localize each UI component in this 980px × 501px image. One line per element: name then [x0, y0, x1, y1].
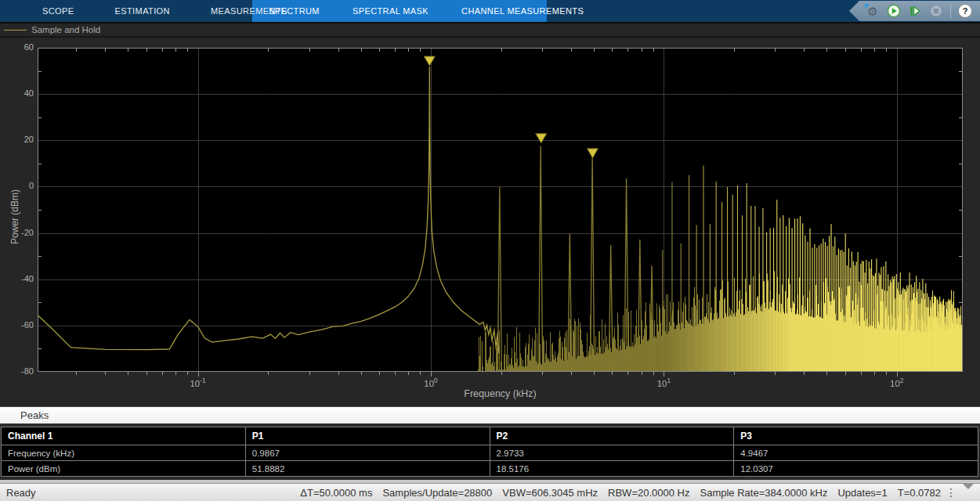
gear-icon: ⚙ — [867, 5, 877, 17]
stop-icon — [929, 4, 943, 18]
run-controls-banner: ⚙ ? — [849, 1, 980, 21]
toolstrip-tabbar: SCOPEESTIMATIONMEASUREMENTS SPECTRUMSPEC… — [0, 0, 980, 22]
status-metric: Samples/Update=28800 — [382, 487, 492, 499]
status-metric: Updates=1 — [837, 487, 887, 499]
xtick-label: 102 — [880, 377, 914, 388]
xtick-label: 100 — [414, 377, 448, 388]
ytick-label: -40 — [0, 274, 34, 283]
play-icon — [887, 4, 901, 18]
column-header-p1: P1 — [245, 427, 490, 445]
cell-p1: 0.9867 — [245, 445, 490, 461]
dock-icon[interactable] — [963, 489, 974, 497]
status-metric: VBW=606.3045 mHz — [502, 487, 598, 499]
stop-button[interactable] — [929, 4, 943, 18]
table-row: Frequency (kHz)0.98672.97334.9467 — [2, 445, 978, 461]
cell-p3: 12.0307 — [734, 461, 978, 477]
xtick-label: 101 — [646, 377, 681, 388]
legend-line-sample — [4, 30, 27, 31]
cell-p3: 4.9467 — [734, 445, 978, 461]
tab-estimation[interactable]: ESTIMATION — [95, 0, 190, 22]
peaks-panel-title: Peaks — [0, 407, 980, 424]
legend: Sample and Hold — [0, 23, 980, 36]
table-row: Power (dBm)51.888218.517612.0307 — [2, 461, 978, 477]
peaks-panel-header: Peaks — [0, 406, 980, 424]
ytick-label: 0 — [0, 181, 34, 190]
ytick-label: -80 — [0, 366, 34, 376]
banner-divider — [950, 5, 951, 18]
tab-scope[interactable]: SCOPE — [22, 0, 95, 22]
status-metric: ΔT=50.0000 ms — [300, 487, 372, 499]
x-axis-label: Frequency (kHz) — [38, 388, 963, 399]
help-icon: ? — [958, 4, 972, 18]
column-header-p2: P2 — [490, 427, 734, 445]
ytick-label: 60 — [0, 42, 34, 52]
contextual-tabs: SPECTRUMSPECTRAL MASKCHANNEL MEASUREMENT… — [252, 0, 600, 22]
ytick-label: 40 — [0, 88, 34, 98]
tab-channel-measurements[interactable]: CHANNEL MEASUREMENTS — [445, 0, 600, 22]
cell-p2: 2.9733 — [490, 445, 734, 461]
status-metric: T=0.0782 — [898, 487, 941, 499]
xtick-label: 10-1 — [181, 377, 215, 388]
help-button[interactable]: ? — [958, 4, 972, 18]
status-text: Ready — [6, 487, 36, 499]
legend-series-label: Sample and Hold — [31, 25, 100, 34]
status-metric: RBW=20.0000 Hz — [608, 487, 689, 499]
cell-p2: 18.5176 — [490, 461, 734, 477]
spectrum-chart-panel: Power (dBm) Frequency (kHz) 6040200-20-4… — [0, 38, 980, 406]
step-forward-icon — [908, 4, 922, 18]
cell-p1: 51.8882 — [245, 461, 490, 477]
column-header-p3: P3 — [734, 427, 978, 445]
ytick-label: -60 — [0, 320, 34, 330]
status-metric: Sample Rate=384.0000 kHz — [700, 487, 827, 499]
column-header-channel-1: Channel 1 — [2, 427, 246, 445]
spectrum-analyzer-window: SCOPEESTIMATIONMEASUREMENTS SPECTRUMSPEC… — [0, 0, 980, 501]
peaks-table: Channel 1P1P2P3 Frequency (kHz)0.98672.9… — [1, 427, 978, 477]
tab-spectrum[interactable]: SPECTRUM — [252, 0, 336, 22]
peaks-table-header-row: Channel 1P1P2P3 — [2, 427, 978, 445]
status-metrics: ΔT=50.0000 msSamples/Update=28800VBW=606… — [300, 487, 941, 499]
spectrum-plot-canvas[interactable] — [38, 48, 963, 380]
ytick-label: -20 — [0, 228, 34, 237]
row-label: Power (dBm) — [2, 461, 246, 477]
row-label: Frequency (kHz) — [2, 445, 246, 461]
run-button[interactable] — [887, 4, 901, 18]
more-options-icon[interactable]: ⋮ — [946, 486, 956, 499]
step-forward-button[interactable] — [908, 4, 922, 18]
peaks-table-container: Channel 1P1P2P3 Frequency (kHz)0.98672.9… — [0, 424, 980, 480]
tab-spectral-mask[interactable]: SPECTRAL MASK — [336, 0, 445, 22]
run-settings-gear-icon[interactable]: ⚙ — [866, 4, 880, 18]
ytick-label: 20 — [0, 135, 34, 144]
gear-blue-arrow-icon — [865, 4, 870, 9]
status-bar: Ready ΔT=50.0000 msSamples/Update=28800V… — [0, 483, 980, 501]
y-axis-label: Power (dBm) — [9, 182, 20, 252]
